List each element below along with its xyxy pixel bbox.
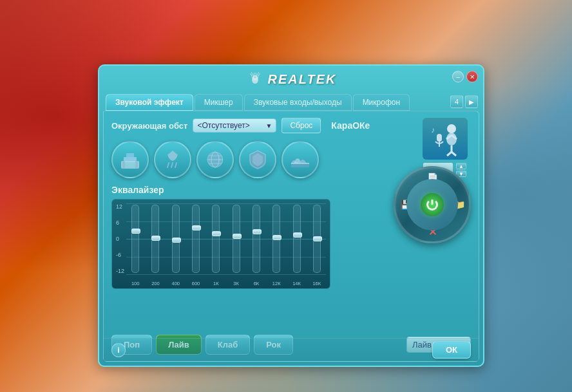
info-button[interactable]: i — [111, 343, 126, 357]
content-area: Окружающая обст <Отсутствует> ▼ Сброс Ка… — [103, 111, 479, 362]
eq-label-n6: -6 — [116, 252, 124, 258]
title-logo: REALTEK — [246, 71, 337, 88]
eq-label-n12: -12 — [116, 268, 124, 274]
minimize-button[interactable]: – — [452, 71, 464, 82]
tab-mixer[interactable]: Микшер — [195, 94, 243, 111]
reset-button[interactable]: Сброс — [281, 118, 321, 133]
nav-number: 4 — [450, 95, 463, 108]
env-icon-opera[interactable] — [281, 141, 319, 178]
svg-point-18 — [447, 124, 456, 133]
freq-100: 100 — [126, 281, 144, 286]
environment-select-arrow: ▼ — [266, 122, 272, 129]
tab-microphone[interactable]: Микрофон — [353, 94, 410, 111]
env-icon-concert[interactable] — [111, 141, 149, 178]
eq-label-6: 6 — [116, 219, 124, 226]
svg-rect-5 — [126, 153, 134, 158]
svg-line-21 — [447, 152, 452, 156]
environment-select[interactable]: <Отсутствует> ▼ — [193, 118, 276, 133]
svg-rect-6 — [122, 161, 125, 169]
dial-inner — [406, 179, 458, 230]
svg-line-22 — [452, 152, 456, 156]
tab-audio-io[interactable]: Звуковые входы/выходы — [244, 94, 352, 111]
ok-button[interactable]: ОК — [432, 341, 471, 359]
svg-point-2 — [254, 77, 256, 79]
env-icon-globe[interactable] — [196, 141, 234, 178]
freq-600: 600 — [187, 281, 205, 286]
dial-outer: 📄 💾 📁 ✕ — [394, 166, 471, 243]
dial-power-button[interactable] — [421, 193, 444, 216]
realtek-logo-icon — [246, 71, 264, 88]
freq-14k: 14К — [287, 281, 305, 286]
freq-1k: 1К — [207, 281, 225, 286]
environment-label: Окружающая обст — [111, 121, 187, 131]
nav-right-button[interactable]: ▶ — [465, 95, 478, 108]
env-icon-rain[interactable] — [154, 141, 191, 178]
control-dial: 📄 💾 📁 ✕ — [394, 166, 471, 243]
svg-line-9 — [171, 163, 173, 167]
eq-label-12: 12 — [116, 203, 124, 210]
freq-200: 200 — [146, 281, 164, 286]
window-controls: – ✕ — [452, 71, 478, 82]
close-button[interactable]: ✕ — [466, 71, 478, 82]
equalizer-container: 12 6 0 -6 -12 — [111, 199, 330, 289]
power-icon — [426, 199, 438, 210]
environment-select-value: <Отсутствует> — [197, 121, 249, 130]
svg-line-8 — [167, 163, 169, 167]
svg-rect-25 — [437, 134, 442, 142]
tab-sound-effect[interactable]: Звуковой эффект — [106, 94, 193, 111]
freq-16k: 16К — [308, 281, 326, 286]
environment-row: Окружающая обст <Отсутствует> ▼ Сброс Ка… — [111, 118, 471, 133]
title-bar: REALTEK – ✕ — [99, 66, 483, 91]
freq-6k: 6К — [247, 281, 265, 286]
svg-text:♪: ♪ — [431, 126, 435, 135]
eq-label-0: 0 — [116, 236, 124, 242]
env-icon-shield[interactable] — [239, 141, 276, 178]
svg-rect-7 — [135, 161, 138, 169]
footer: i ОК — [104, 338, 479, 361]
app-title: REALTEK — [268, 72, 337, 87]
svg-line-10 — [175, 163, 176, 167]
freq-3k: 3К — [227, 281, 245, 286]
karaoke-label: КараОКе — [331, 120, 370, 131]
freq-400: 400 — [167, 281, 185, 286]
svg-rect-17 — [291, 163, 309, 167]
main-window: REALTEK – ✕ 4 ▶ Звуковой эффект Микшер З… — [98, 64, 484, 367]
karaoke-figure: ♪ — [423, 118, 468, 160]
tabs-container: Звуковой эффект Микшер Звуковые входы/вы… — [99, 91, 483, 111]
freq-12k: 12К — [267, 281, 285, 286]
